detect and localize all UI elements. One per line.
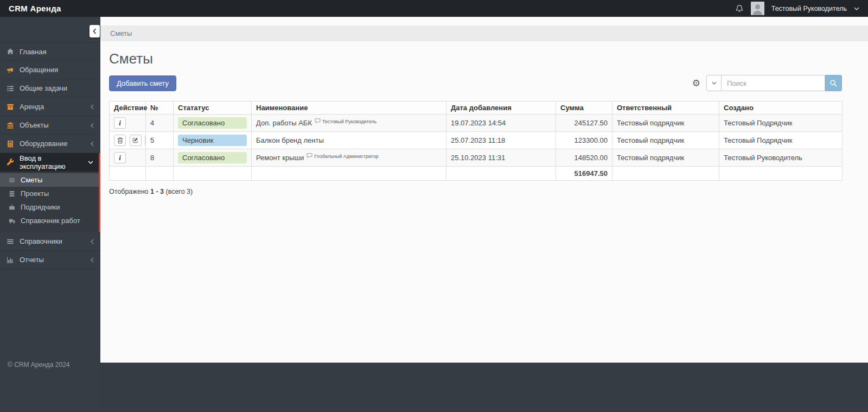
- chevron-left-icon: [91, 123, 94, 128]
- cell-created: Тестовый Подрядчик: [719, 115, 843, 132]
- menu-lines-icon: [8, 177, 16, 183]
- edit-button[interactable]: [130, 135, 142, 146]
- search-group: [706, 75, 842, 91]
- status-badge: Согласовано: [178, 152, 247, 163]
- sidebar-item-label: Главная: [20, 48, 94, 56]
- sidebar-item-appeals[interactable]: Обращения: [0, 61, 100, 79]
- home-icon: [5, 48, 15, 55]
- top-bar: CRM Аренда Тестовый Руководитель: [0, 0, 868, 17]
- bank-building-icon: [5, 122, 15, 129]
- sidebar-item-common-tasks[interactable]: Общие задачи: [0, 79, 100, 98]
- cell-sum: 148520.00: [556, 149, 612, 167]
- column-header-responsible: Ответственный: [612, 102, 719, 115]
- menu-lines-icon: [5, 238, 15, 245]
- cell-name: Доп. работы АБКТестовый Руководитель: [252, 115, 446, 132]
- sidebar-subitem-estimates[interactable]: Сметы: [0, 173, 99, 187]
- cell-responsible: Тестовый подрядчик: [612, 115, 719, 132]
- column-header-date: Дата добавления: [446, 102, 556, 115]
- cell-sum: 123300.00: [556, 132, 612, 149]
- search-area: ⚙: [692, 75, 842, 91]
- sidebar: Главная Обращения Общие задачи Аренда: [0, 17, 100, 412]
- footer-copyright: © CRM Аренда 2024: [8, 361, 70, 369]
- truck-icon: [8, 217, 16, 224]
- toolbar: Добавить смету ⚙: [109, 75, 842, 91]
- user-avatar[interactable]: [751, 2, 764, 15]
- sidebar-subitem-label: Проекты: [21, 189, 93, 198]
- sidebar-group-commissioning: Ввод в эксплуатацию Сметы Проекты: [0, 153, 100, 232]
- column-header-sum: Сумма: [556, 102, 612, 115]
- cell-date: 19.07.2023 14:54: [446, 115, 556, 132]
- cell-name: Балкон бренд ленты: [252, 132, 446, 149]
- sidebar-collapse-button[interactable]: [90, 25, 100, 37]
- database-icon: [8, 191, 16, 197]
- cell-name: Ремонт крышиГлобальный Администратор: [252, 149, 446, 167]
- cell-responsible: Тестовый подрядчик: [612, 132, 719, 149]
- sidebar-item-objects[interactable]: Объекты: [0, 116, 100, 135]
- table-row: i 8 Согласовано Ремонт крышиГлобальный А…: [110, 149, 843, 167]
- cell-sum: 245127.50: [556, 115, 612, 132]
- sidebar-item-commissioning[interactable]: Ввод в эксплуатацию: [0, 153, 99, 172]
- sidebar-subitem-label: Сметы: [21, 176, 93, 184]
- sidebar-subitem-work-directory[interactable]: Справочник работ: [0, 214, 99, 227]
- cell-created: Тестовый Подрядчик: [719, 132, 843, 149]
- breadcrumb: Сметы: [100, 26, 868, 41]
- column-header-created: Создано: [719, 102, 843, 115]
- bar-chart-icon: [5, 256, 15, 264]
- chevron-left-icon: [91, 239, 94, 244]
- search-button[interactable]: [825, 75, 842, 91]
- sidebar-item-reports[interactable]: Отчеты: [0, 251, 100, 269]
- cell-date: 25.10.2023 11:31: [446, 149, 556, 167]
- calculator-icon: [5, 140, 15, 148]
- sidebar-item-label: Объекты: [20, 121, 91, 129]
- column-header-action: Действие: [110, 102, 146, 115]
- cell-date: 25.07.2023 11:18: [446, 132, 556, 149]
- cell-num: 4: [146, 115, 174, 132]
- column-header-status: Стататус: [174, 102, 252, 115]
- info-button[interactable]: i: [114, 152, 126, 163]
- status-badge: Согласовано: [178, 117, 247, 129]
- sidebar-subitem-projects[interactable]: Проекты: [0, 187, 99, 200]
- add-estimate-button[interactable]: Добавить смету: [109, 75, 176, 91]
- comment-bubble-icon: [315, 118, 321, 124]
- chevron-left-icon: [91, 104, 94, 110]
- topbar-right: Тестовый Руководитель: [735, 2, 859, 15]
- sidebar-item-home[interactable]: Главная: [0, 42, 100, 61]
- sidebar-item-label: Отчеты: [20, 256, 91, 264]
- sidebar-subitem-label: Справочник работ: [21, 217, 93, 225]
- settings-gear-icon[interactable]: ⚙: [692, 79, 700, 88]
- sidebar-item-label: Аренда: [20, 103, 91, 111]
- search-options-dropdown[interactable]: [706, 75, 722, 91]
- sidebar-menu: Главная Обращения Общие задачи Аренда: [0, 42, 100, 269]
- sidebar-item-directories[interactable]: Справочники: [0, 232, 100, 251]
- search-input[interactable]: [722, 75, 825, 91]
- user-menu[interactable]: Тестовый Руководитель: [771, 5, 847, 12]
- cell-num: 5: [146, 132, 174, 149]
- cell-num: 8: [146, 149, 174, 167]
- notifications-bell-icon[interactable]: [735, 4, 744, 13]
- table-total-row: 516947.50: [110, 167, 843, 181]
- delete-button[interactable]: [114, 135, 126, 146]
- page-title: Сметы: [109, 50, 842, 67]
- tasks-list-icon: [5, 85, 15, 92]
- chevron-down-icon[interactable]: [854, 7, 859, 10]
- sidebar-item-equipment[interactable]: Оборудование: [0, 135, 100, 153]
- cell-responsible: Тестовый подрядчик: [612, 149, 719, 167]
- comment-author: Глобальный Администратор: [314, 154, 379, 159]
- sidebar-item-label: Справочники: [20, 237, 91, 245]
- sidebar-item-rent[interactable]: Аренда: [0, 98, 100, 116]
- cell-created: Тестовый Руководитель: [719, 149, 843, 167]
- sidebar-subitem-contractors[interactable]: Подрядчики: [0, 200, 99, 214]
- briefcase-icon: [8, 204, 16, 211]
- chevron-left-icon: [91, 257, 94, 263]
- sidebar-submenu: Сметы Проекты Подрядчики: [0, 172, 99, 232]
- comment-author: Тестовый Руководитель: [322, 119, 376, 124]
- status-badge: Черновик: [178, 135, 247, 146]
- info-icon: i: [119, 154, 121, 161]
- column-header-name: Наименование: [252, 102, 446, 115]
- comment-bubble-icon: [307, 153, 312, 159]
- table-header-row: Действие № Стататус Наименование Дата до…: [110, 102, 843, 115]
- info-button[interactable]: i: [114, 117, 126, 129]
- table-summary: Отображено 1 - 3 (всего 3): [109, 188, 842, 195]
- archive-box-icon: [5, 103, 15, 111]
- wrench-icon: [5, 159, 15, 166]
